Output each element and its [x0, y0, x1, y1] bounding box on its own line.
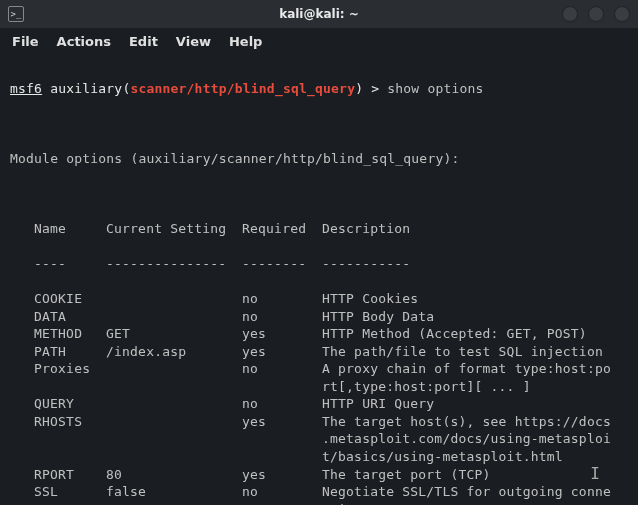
table-header: NameCurrent SettingRequiredDescription	[10, 220, 628, 238]
menu-actions[interactable]: Actions	[57, 34, 111, 49]
table-row: METHODGETyesHTTP Method (Accepted: GET, …	[10, 325, 628, 343]
close-button[interactable]	[614, 6, 630, 22]
table-row: QUERYnoHTTP URI Query	[10, 395, 628, 413]
table-row: t/basics/using-metasploit.html	[10, 448, 628, 466]
menu-help[interactable]: Help	[229, 34, 262, 49]
table-row: ctions	[10, 501, 628, 505]
ibeam-cursor-icon: I	[590, 464, 600, 483]
window-title: kali@kali: ~	[279, 7, 359, 21]
menu-file[interactable]: File	[12, 34, 39, 49]
table-row: PATH/index.aspyesThe path/file to test S…	[10, 343, 628, 361]
menu-edit[interactable]: Edit	[129, 34, 158, 49]
table-row: RHOSTSyesThe target host(s), see https:/…	[10, 413, 628, 431]
menu-view[interactable]: View	[176, 34, 211, 49]
module-options-header: Module options (auxiliary/scanner/http/b…	[10, 150, 628, 168]
table-row: ProxiesnoA proxy chain of format type:ho…	[10, 360, 628, 378]
table-row: rt[,type:host:port][ ... ]	[10, 378, 628, 396]
table-row: RPORT80yesThe target port (TCP)	[10, 466, 628, 484]
titlebar: kali@kali: ~	[0, 0, 638, 28]
module-path: scanner/http/blind_sql_query	[130, 81, 355, 96]
prompt-line-1: msf6 auxiliary(scanner/http/blind_sql_qu…	[10, 80, 628, 98]
table-row: .metasploit.com/docs/using-metasploi	[10, 430, 628, 448]
maximize-button[interactable]	[588, 6, 604, 22]
table-row: COOKIEnoHTTP Cookies	[10, 290, 628, 308]
table-row: SSLfalsenoNegotiate SSL/TLS for outgoing…	[10, 483, 628, 501]
prompt-prefix: msf6	[10, 81, 42, 96]
minimize-button[interactable]	[562, 6, 578, 22]
terminal-icon	[8, 6, 24, 22]
table-underline: --------------------------------------	[10, 255, 628, 273]
menubar: File Actions Edit View Help	[0, 28, 638, 54]
terminal-area[interactable]: msf6 auxiliary(scanner/http/blind_sql_qu…	[0, 54, 638, 505]
command-text: show options	[387, 81, 483, 96]
window-controls	[562, 6, 630, 22]
table-row: DATAnoHTTP Body Data	[10, 308, 628, 326]
